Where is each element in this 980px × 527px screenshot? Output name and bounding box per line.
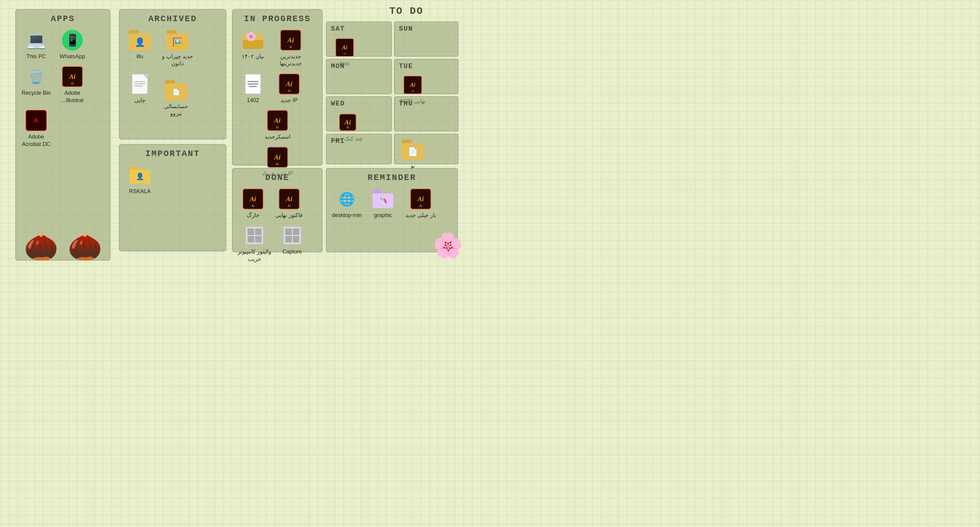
kharag-icon-img	[242, 188, 264, 210]
important-content: RSKALA	[119, 161, 226, 198]
chrome-icon: 🌐	[336, 189, 357, 210]
jadid-ip-ai-icon	[279, 74, 299, 94]
faktoor-ai-icon	[279, 189, 299, 210]
bayan-open-folder: 🌸	[243, 31, 263, 49]
chand-kik-ai-icon	[339, 114, 356, 131]
ai-icon-img	[61, 66, 83, 88]
icon-bar-design[interactable]: بار خیلی جدید	[404, 188, 438, 219]
apps-panel: APPS 💻 This PC 📱 WhatsApp 🗑️ Recycle Bin…	[15, 9, 110, 260]
acrobat-label: Adobe Acrobat DC	[21, 133, 51, 148]
illua-icon-img: 👤	[129, 29, 151, 51]
todo-wed-panel: WED چند کیک جدید	[326, 96, 392, 132]
valyator-label: والیتور کامپیوتر خریب	[238, 248, 271, 263]
todo-mon-label: MON	[326, 59, 391, 72]
icon-whatsapp[interactable]: 📱 WhatsApp	[57, 29, 88, 60]
recycle-icon-img: 🗑️	[25, 66, 47, 88]
icon-faktoor[interactable]: فاکتور نهایی	[274, 188, 304, 219]
ilmo-ai-icon	[336, 38, 354, 57]
jadidtarin-ai-icon	[280, 30, 301, 51]
steiker-icon-img	[266, 110, 288, 132]
icon-jadidtarin[interactable]: جدیدترین جدیدترینها	[274, 29, 307, 67]
important-panel: IMPORTANT RSKALA	[119, 144, 226, 251]
todo-sun-panel: SUN	[394, 21, 458, 57]
whatsapp-icon-img: 📱	[61, 29, 83, 51]
wa-label: WhatsApp	[59, 53, 85, 60]
reminder-content: 🌐 desktop-min 🦄 graphic بار خیلی جدید	[326, 185, 457, 222]
nahaei-icon-img	[402, 74, 424, 96]
archived-panel: ARCHIVED 👤 illu 🖼️ جدید چپراپ و دانون	[119, 9, 226, 140]
kharag-label: خارگ	[247, 212, 259, 219]
ilmo-icon-img	[334, 37, 356, 59]
bayan-icon-img: 🌸	[242, 29, 264, 51]
icon-bayan[interactable]: 🌸 بیان ۱۴۰۲	[238, 29, 268, 60]
pc-icon-img: 💻	[25, 29, 47, 51]
pc-label: This PC	[26, 53, 46, 60]
valyator-icon-img	[243, 224, 266, 246]
icon-new-print[interactable]: 🖼️ جدید چپراپ و دانون	[161, 29, 194, 67]
1402-doc-icon	[245, 74, 261, 94]
capture-icon-img	[281, 224, 303, 246]
todo-tue-panel: TUE نهایی 5070	[394, 59, 458, 94]
recycle-label: Recycle Bin	[21, 89, 51, 97]
unicorn-folder-icon: 🦄	[372, 190, 393, 208]
archived-content: 👤 illu 🖼️ جدید چپراپ و دانون	[119, 26, 226, 121]
bar-design-icon-img	[410, 188, 432, 210]
jadidtarin-label: جدیدترین جدیدترینها	[274, 53, 307, 67]
icon-desktop-min[interactable]: 🌐 desktop-min	[331, 188, 362, 219]
jadidtarin-icon-img	[280, 29, 302, 51]
icon-valyator[interactable]: والیتور کامپیوتر خریب	[238, 224, 271, 263]
valyator-newspaper-icon	[245, 226, 264, 244]
todo-sat-label: SAT	[326, 22, 391, 35]
new-print-label: جدید چپراپ و دانون	[161, 53, 194, 67]
icon-capture[interactable]: Capture	[277, 224, 307, 256]
icon-chap[interactable]: چاپی	[124, 73, 155, 104]
nahaei-ai-icon	[404, 76, 422, 94]
icon-rskala[interactable]: RSKALA	[124, 164, 155, 195]
1402-icon-img	[242, 73, 264, 95]
icon-adobe-acrobat[interactable]: A Adobe Acrobat DC	[21, 110, 51, 148]
hesabsali-folder-icon: 📄	[165, 80, 187, 100]
desktop-min-label: desktop-min	[332, 212, 362, 219]
graphic-label: graphic	[374, 212, 392, 219]
todo-tue-label: TUE	[395, 59, 458, 72]
archived-title: ARCHIVED	[119, 10, 226, 26]
todo-sun-label: SUN	[395, 22, 458, 35]
new-print-icon-img: 🖼️	[167, 29, 189, 51]
char-decoration-left: 🌰	[24, 232, 58, 260]
in-progress-title: IN PROGRESS	[233, 10, 322, 26]
capture-newspaper-icon	[283, 226, 301, 244]
recycle-icon: 🗑️	[26, 66, 47, 87]
illua-label: illu	[137, 53, 143, 60]
hesabsali-label: حسابسالی نیروو	[161, 103, 191, 117]
chand-kik-icon-img	[337, 111, 359, 133]
in-progress-panel: IN PROGRESS 🌸 بیان ۱۴۰۲ جدیدترین جدیدتری…	[232, 9, 323, 165]
done-content: خارگ فاکتور نهایی والیتور کامپیوتر خریب	[233, 185, 322, 266]
apps-content: 💻 This PC 📱 WhatsApp 🗑️ Recycle Bin Adob…	[16, 26, 110, 151]
icon-hesabsali[interactable]: 📄 حسابسالی نیروو	[161, 79, 191, 117]
rskala-icon-img	[129, 164, 151, 186]
icon-jadid-ip[interactable]: IP جدید	[274, 73, 304, 104]
new-print-folder-icon: 🖼️	[167, 30, 189, 50]
bayan-label: بیان ۱۴۰۲	[242, 53, 264, 60]
todo-thu-label: THU	[395, 97, 458, 110]
icon-illua[interactable]: 👤 illu	[124, 29, 155, 60]
todo-sat-panel: SAT ilmo	[326, 21, 392, 57]
illua-folder-icon: 👤	[129, 30, 151, 50]
apps-title: APPS	[16, 10, 110, 26]
icon-recycle-bin[interactable]: 🗑️ Recycle Bin	[21, 66, 51, 97]
whatsapp-icon: 📱	[62, 30, 83, 51]
graphic-icon-img: 🦄	[372, 188, 394, 210]
icon-1402[interactable]: 1402	[238, 73, 268, 104]
todo-main-title: TO DO	[390, 6, 423, 17]
jadid-ip-icon-img	[278, 73, 300, 95]
hesabsali-icon-img: 📄	[165, 79, 187, 101]
todo-wed-label: WED	[326, 97, 391, 110]
done-panel: DONE خارگ فاکتور نهایی والیتو	[232, 168, 323, 252]
in-progress-content: 🌸 بیان ۱۴۰۲ جدیدترین جدیدترینها 1402	[233, 26, 322, 180]
icon-graphic[interactable]: 🦄 graphic	[368, 188, 398, 219]
icon-this-pc[interactable]: 💻 This PC	[21, 29, 51, 60]
icon-adobe-illustrator[interactable]: Adobe Illustrat...	[57, 66, 88, 104]
icon-no[interactable]: 📄 نو	[399, 138, 426, 170]
icon-kharag[interactable]: خارگ	[238, 188, 268, 219]
icon-steiker[interactable]: استیکرجدید	[258, 110, 298, 140]
